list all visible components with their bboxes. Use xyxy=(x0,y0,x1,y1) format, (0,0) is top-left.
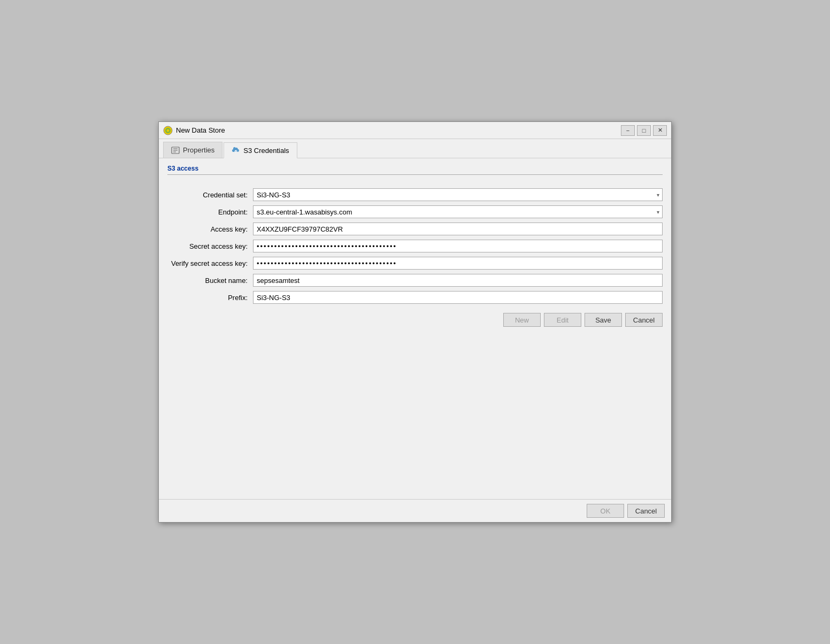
s3-form: Credential set: Si3-NG-S3 ▾ Endpoint: s3… xyxy=(167,183,663,331)
bucket-name-row: Bucket name: xyxy=(167,273,663,287)
save-button[interactable]: Save xyxy=(585,313,622,327)
tab-s3credentials-label: S3 Credentials xyxy=(243,147,289,155)
window-controls: − □ ✕ xyxy=(621,125,667,136)
window-title: New Data Store xyxy=(176,126,621,134)
footer-cancel-button[interactable]: Cancel xyxy=(627,504,665,518)
svg-point-2 xyxy=(167,129,170,132)
secret-access-key-row: Secret access key: xyxy=(167,239,663,253)
endpoint-row: Endpoint: s3.eu-central-1.wasabisys.com … xyxy=(167,205,663,219)
prefix-input[interactable] xyxy=(253,291,663,304)
verify-secret-input[interactable] xyxy=(253,257,663,270)
bucket-name-input[interactable] xyxy=(253,274,663,287)
s3-section-header: S3 access xyxy=(167,165,663,175)
verify-secret-row: Verify secret access key: xyxy=(167,256,663,270)
prefix-row: Prefix: xyxy=(167,290,663,304)
main-content: S3 access Credential set: Si3-NG-S3 ▾ En… xyxy=(159,158,671,499)
secret-access-key-label: Secret access key: xyxy=(167,242,253,250)
endpoint-label: Endpoint: xyxy=(167,208,253,216)
bucket-name-label: Bucket name: xyxy=(167,277,253,285)
app-icon xyxy=(163,126,173,135)
properties-icon xyxy=(171,146,180,155)
tab-properties-label: Properties xyxy=(183,146,214,154)
cancel-button[interactable]: Cancel xyxy=(625,313,663,327)
credential-set-label: Credential set: xyxy=(167,191,253,199)
tab-properties[interactable]: Properties xyxy=(163,142,222,158)
credential-set-row: Credential set: Si3-NG-S3 ▾ xyxy=(167,188,663,202)
prefix-label: Prefix: xyxy=(167,294,253,302)
title-bar: New Data Store − □ ✕ xyxy=(159,122,671,139)
edit-button[interactable]: Edit xyxy=(544,313,581,327)
access-key-label: Access key: xyxy=(167,225,253,233)
tab-s3credentials[interactable]: S3 Credentials xyxy=(224,142,297,158)
main-window: New Data Store − □ ✕ Properties xyxy=(158,121,672,523)
footer-bar: OK Cancel xyxy=(159,499,671,522)
access-key-input[interactable] xyxy=(253,223,663,235)
credential-set-select[interactable]: Si3-NG-S3 xyxy=(253,188,663,201)
secret-access-key-input[interactable] xyxy=(253,240,663,252)
action-button-row: New Edit Save Cancel xyxy=(167,313,663,327)
tab-bar: Properties S3 Credentials xyxy=(159,139,671,158)
close-button[interactable]: ✕ xyxy=(653,125,667,136)
new-button[interactable]: New xyxy=(503,313,541,327)
endpoint-select-wrapper: s3.eu-central-1.wasabisys.com ▾ xyxy=(253,205,663,218)
credential-set-select-wrapper: Si3-NG-S3 ▾ xyxy=(253,188,663,201)
ok-button[interactable]: OK xyxy=(587,504,624,518)
maximize-button[interactable]: □ xyxy=(637,125,651,136)
cloud-icon xyxy=(232,146,240,155)
endpoint-select[interactable]: s3.eu-central-1.wasabisys.com xyxy=(253,205,663,218)
minimize-button[interactable]: − xyxy=(621,125,635,136)
verify-secret-label: Verify secret access key: xyxy=(167,259,253,267)
access-key-row: Access key: xyxy=(167,222,663,236)
